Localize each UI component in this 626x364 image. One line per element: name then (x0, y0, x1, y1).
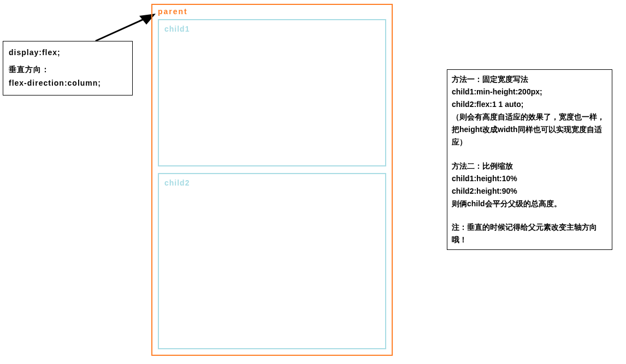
footnote: 注：垂直的时候记得给父元素改变主轴方向哦！ (452, 221, 607, 246)
method1-note: （则会有高度自适应的效果了，宽度也一样，把height改成width同样也可以实… (452, 111, 607, 148)
child2-box: child2 (158, 173, 386, 349)
method1-title: 方法一：固定宽度写法 (452, 73, 607, 86)
right-explanation-box: 方法一：固定宽度写法 child1:min-height:200px; chil… (447, 69, 612, 250)
method2-note: 则俩child会平分父级的总高度。 (452, 198, 607, 210)
vertical-direction-label: 垂直方向： (9, 63, 127, 76)
method2-title: 方法二：比例缩放 (452, 160, 607, 172)
method1-line1: child1:min-height:200px; (452, 86, 607, 98)
parent-container: parent child1 child2 (151, 4, 393, 356)
parent-label: parent (158, 7, 386, 16)
child1-box: child1 (158, 19, 386, 166)
arrow-icon (93, 11, 158, 49)
spacer (452, 210, 607, 221)
svg-line-0 (96, 17, 147, 41)
spacer (452, 149, 607, 160)
method2-line1: child1:height:10% (452, 172, 607, 185)
css-flex-direction-line: flex-direction:column; (9, 76, 127, 90)
child1-label: child1 (164, 25, 190, 33)
method1-line2: child2:flex:1 1 auto; (452, 98, 607, 111)
method2-line2: child2:height:90% (452, 185, 607, 198)
child2-label: child2 (164, 178, 190, 187)
